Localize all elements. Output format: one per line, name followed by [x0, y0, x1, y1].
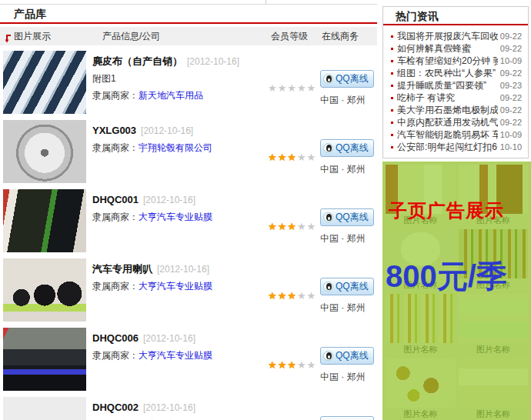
page: 产品库 图片展示 产品信息/公司 会员等级 在线商务 麂皮布（自产自销）[201… [0, 0, 531, 420]
table-row: YXLG003[2012-10-16] 隶属商家：宇翔轮毂有限公司 ★★★★★ … [0, 118, 377, 187]
product-image[interactable] [3, 258, 86, 322]
bullet-icon [391, 72, 393, 75]
product-info: DHQC002[2012-10-16] 隶属商家：大亨汽车专业贴膜 [92, 399, 269, 420]
news-item[interactable]: 吃柿子 有讲究09-22 [389, 92, 522, 104]
bullet-icon [391, 60, 393, 62]
member-level-stars: ★★★★★ [268, 290, 316, 302]
hot-news-panel: 热门资讯 我国将开展报废汽车回收拆解09-22 如何辨解真假蜂蜜09-22 车检… [382, 6, 529, 158]
news-item[interactable]: 提升睡眠质量“四要领”09-23 [389, 79, 522, 92]
news-date: 10-09 [498, 128, 522, 141]
corner-arrow-icon [5, 32, 12, 41]
online-business-cell: QQ离线 中国 · 郑州 [320, 347, 376, 384]
product-title-link[interactable]: 麂皮布（自产自销） [92, 55, 182, 67]
member-level-stars: ★★★★★ [268, 82, 316, 94]
bullet-icon [391, 48, 393, 50]
product-note: 附图1 [92, 70, 269, 87]
bullet-icon [391, 35, 393, 38]
product-info: 汽车专用喇叭[2012-10-16] 隶属商家：大亨汽车专业贴膜 [92, 261, 269, 295]
news-item[interactable]: 车检有望缩短约20分钟 验车将10-09 [389, 55, 522, 67]
merchant-label: 隶属商家： [92, 142, 139, 153]
qq-penguin-icon [323, 143, 333, 153]
product-rows: 麂皮布（自产自销）[2012-10-16] 附图1 隶属商家：新天地汽车用品 ★… [0, 48, 377, 420]
merchant-label: 隶属商家： [92, 90, 139, 101]
news-date: 09-22 [498, 92, 522, 104]
product-image[interactable] [3, 51, 86, 114]
online-business-cell: QQ离线 中国 · 郑州 [320, 70, 376, 107]
merchant-label: 隶属商家： [92, 350, 139, 361]
bullet-icon [391, 122, 393, 124]
sidebar-ad-banner[interactable]: 图片名称 图片名称 图片名称 图片名称 图片名称 图片名称 图片名称 图片名称 … [382, 162, 531, 420]
product-title-link[interactable]: 汽车专用喇叭 [92, 263, 152, 275]
product-location: 中国 · 郑州 [320, 302, 376, 315]
news-item[interactable]: 中原内配获通用发动机气缸套09-22 [389, 116, 522, 128]
news-list: 我国将开展报废汽车回收拆解09-22 如何辨解真假蜂蜜09-22 车检有望缩短约… [383, 25, 528, 153]
bullet-icon [391, 109, 393, 112]
merchant-label: 隶属商家： [92, 212, 139, 222]
member-level-stars: ★★★★★ [268, 359, 316, 371]
product-info: 麂皮布（自产自销）[2012-10-16] 附图1 隶属商家：新天地汽车用品 [92, 53, 269, 104]
column-header-level: 会员等级 [271, 27, 308, 45]
product-date: [2012-10-16] [143, 195, 195, 205]
news-item[interactable]: 美大学用石墨烯电极制成锂电09-22 [389, 104, 522, 116]
merchant-line: 隶属商家：大亨汽车专业贴膜 [92, 278, 269, 295]
news-item[interactable]: 如何辨解真假蜂蜜09-22 [389, 42, 522, 55]
merchant-link[interactable]: 大亨汽车专业贴膜 [139, 212, 212, 222]
qq-offline-button[interactable]: QQ离线 [320, 208, 374, 226]
product-date: [2012-10-16] [157, 264, 209, 275]
news-date: 09-22 [498, 116, 522, 128]
column-header-image: 图片展示 [14, 27, 51, 45]
merchant-line: 隶属商家：新天地汽车用品 [92, 87, 269, 104]
product-image[interactable] [3, 189, 86, 252]
hot-news-title: 热门资讯 [383, 7, 528, 25]
news-date: 09-22 [498, 30, 522, 42]
table-row: DHQC001[2012-10-16] 隶属商家：大亨汽车专业贴膜 ★★★★★ … [0, 187, 377, 256]
product-location: 中国 · 郑州 [320, 163, 376, 176]
news-date: 10-09 [498, 55, 522, 67]
product-info: YXLG003[2012-10-16] 隶属商家：宇翔轮毂有限公司 [92, 122, 269, 156]
merchant-link[interactable]: 大亨汽车专业贴膜 [139, 281, 212, 292]
page-title: 产品库 [0, 4, 377, 24]
column-header-online: 在线商务 [322, 27, 359, 45]
product-title-link[interactable]: DHQC001 [92, 194, 139, 205]
merchant-link[interactable]: 宇翔轮毂有限公司 [139, 142, 212, 153]
member-level-stars: ★★★★★ [268, 152, 316, 163]
product-image[interactable] [3, 328, 86, 391]
qq-offline-button[interactable]: QQ离线 [320, 70, 374, 88]
qq-penguin-icon [323, 351, 333, 361]
news-item[interactable]: 组图：农民种出“人参果”！09-22 [389, 67, 522, 79]
online-business-cell: QQ离线 中国 · 郑州 [320, 278, 376, 315]
product-title-link[interactable]: DHQC006 [92, 332, 139, 344]
merchant-line: 隶属商家：大亨汽车专业贴膜 [92, 347, 269, 364]
qq-offline-button[interactable]: QQ离线 [320, 139, 374, 157]
merchant-link[interactable]: 大亨汽车专业贴膜 [139, 350, 212, 361]
table-row: DHQC006[2012-10-16] 隶属商家：大亨汽车专业贴膜 ★★★★★ … [0, 325, 377, 395]
news-item[interactable]: 公安部:明年起闯红灯扣6分 挡10-10 [389, 141, 522, 153]
news-date: 09-22 [498, 42, 522, 55]
merchant-line: 隶属商家：大亨汽车专业贴膜 [92, 208, 269, 225]
news-date: 09-22 [498, 104, 522, 116]
ad-price-label: 800元/季 [386, 255, 507, 298]
news-item[interactable]: 我国将开展报废汽车回收拆解09-22 [389, 30, 522, 42]
qq-offline-button[interactable]: QQ离线 [320, 416, 374, 420]
product-image[interactable] [3, 397, 86, 420]
product-date: [2012-10-16] [141, 125, 193, 136]
product-title-link[interactable]: DHQC002 [92, 402, 139, 413]
product-location: 中国 · 郑州 [320, 371, 376, 384]
bullet-icon [391, 146, 393, 148]
product-library-panel: 产品库 图片展示 产品信息/公司 会员等级 在线商务 麂皮布（自产自销）[201… [0, 4, 377, 420]
qq-offline-button[interactable]: QQ离线 [320, 347, 374, 365]
qq-offline-button[interactable]: QQ离线 [320, 278, 374, 295]
news-date: 09-22 [498, 67, 522, 79]
news-date: 10-10 [498, 141, 522, 153]
online-business-cell: QQ离线 中国 · 郑州 [320, 208, 376, 245]
table-row: 汽车专用喇叭[2012-10-16] 隶属商家：大亨汽车专业贴膜 ★★★★★ Q… [0, 256, 377, 325]
merchant-link[interactable]: 新天地汽车用品 [139, 90, 203, 101]
product-image[interactable] [3, 120, 86, 183]
product-title-link[interactable]: YXLG003 [92, 125, 136, 136]
bullet-icon [391, 85, 393, 87]
news-item[interactable]: 汽车智能钥匙脆弱易坏 车主需10-09 [389, 128, 522, 141]
merchant-label: 隶属商家： [92, 281, 139, 292]
news-date: 09-23 [498, 79, 522, 92]
table-header: 图片展示 产品信息/公司 会员等级 在线商务 [0, 27, 377, 45]
qq-penguin-icon [323, 74, 333, 84]
